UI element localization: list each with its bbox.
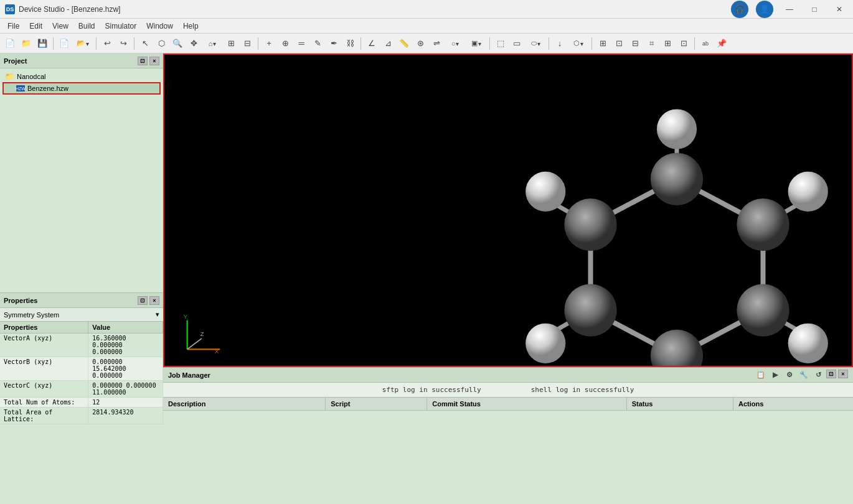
job-mgr-icon5[interactable]: ↺ (812, 370, 824, 381)
project-close-btn[interactable]: × (149, 57, 159, 65)
svg-point-20 (788, 172, 828, 212)
sep3 (134, 37, 134, 50)
menu-edit[interactable]: Edit (24, 21, 47, 32)
lat2-button[interactable]: ⊡ (611, 36, 626, 51)
net-button[interactable]: ⬡ (568, 36, 588, 51)
left-panel: Project ⊡ × 📁 Nanodcal HZW Benzene.hzw → (0, 54, 163, 504)
sep4 (258, 37, 258, 50)
restore-button[interactable]: □ (806, 1, 823, 18)
col-description: Description (163, 398, 326, 411)
lat4-button[interactable]: ⌗ (644, 36, 659, 51)
svg-point-19 (657, 109, 697, 149)
measure-button[interactable]: 📏 (397, 36, 412, 51)
add-atom-button[interactable]: ⊕ (278, 36, 293, 51)
prop-name: Total Area of Lattice: (0, 408, 88, 424)
svg-point-23 (525, 324, 565, 363)
job-mgr-icon1[interactable]: 📋 (755, 370, 767, 381)
text-button[interactable]: ab (698, 36, 713, 51)
grid-button[interactable]: ⊞ (224, 36, 238, 51)
open-button[interactable]: 📁 (19, 36, 34, 51)
file-label: Benzene.hzw (27, 85, 68, 92)
lasso-button[interactable]: ⬡ (154, 36, 169, 51)
sel-all-button[interactable]: ▣ (466, 36, 486, 51)
root-label: Nanodcal (17, 73, 45, 80)
lat3-button[interactable]: ⊟ (628, 36, 643, 51)
open2-button[interactable]: 📂 (73, 36, 93, 51)
tree-item-benzene[interactable]: HZW Benzene.hzw → (2, 82, 161, 95)
job-mgr-icon2[interactable]: ▶ (769, 370, 781, 381)
sep9 (694, 37, 695, 50)
add-button[interactable]: + (262, 36, 276, 51)
bond-chain-button[interactable]: ✒ (326, 36, 341, 51)
project-panel: Project ⊡ × 📁 Nanodcal HZW Benzene.hzw → (0, 54, 163, 292)
headset-icon[interactable]: 🎧 (731, 1, 748, 18)
minimize-button[interactable]: — (781, 1, 798, 18)
bond-s-button[interactable]: ✎ (310, 36, 325, 51)
lat6-button[interactable]: ⊡ (676, 36, 691, 51)
dih-button[interactable]: ⊿ (380, 36, 395, 51)
project-restore-btn[interactable]: ⊡ (138, 57, 148, 65)
job-manager-title: Job Manager (168, 371, 210, 379)
close-button[interactable]: ✕ (831, 1, 848, 18)
symmetry-label: Symmetry System (4, 311, 59, 319)
menu-help[interactable]: Help (178, 21, 204, 32)
mirror-button[interactable]: ⇌ (429, 36, 444, 51)
grid2-button[interactable]: ⊟ (240, 36, 255, 51)
redo-button[interactable]: ↪ (116, 36, 131, 51)
prop-value: 16.360000 0.0000000.000000 (88, 334, 163, 357)
prop-name: Total Num of Atoms: (0, 398, 88, 408)
arr-down-button[interactable]: ↓ (552, 36, 567, 51)
move-button[interactable]: ✥ (186, 36, 201, 51)
menu-window[interactable]: Window (141, 21, 178, 32)
col-commit-status: Commit Status (427, 398, 626, 411)
angle-button[interactable]: ∠ (364, 36, 379, 51)
project-tree: 📁 Nanodcal HZW Benzene.hzw → (0, 68, 163, 292)
new2-button[interactable]: 📄 (57, 36, 72, 51)
ellipse-sel-button[interactable]: ⬭ (525, 36, 545, 51)
properties-panel-title: Properties (4, 297, 37, 304)
job-manager-header: Job Manager 📋 ▶ ⚙ 🔧 ↺ ⊡ × (163, 368, 853, 383)
home-chevron (213, 40, 216, 47)
job-mgr-icon4[interactable]: 🔧 (798, 370, 810, 381)
job-mgr-icon3[interactable]: ⚙ (783, 370, 796, 381)
sym-button[interactable]: ⊛ (413, 36, 428, 51)
job-mgr-close-btn[interactable]: × (838, 370, 848, 378)
lat1-button[interactable]: ⊞ (595, 36, 610, 51)
prop-value: 0.000000 15.6420000.000000 (88, 357, 163, 381)
prop-value: 2814.934320 (88, 408, 163, 424)
prop-close-btn[interactable]: × (149, 296, 159, 305)
canvas-area[interactable]: Y X Z (163, 54, 853, 367)
select-button[interactable]: ↖ (138, 36, 153, 51)
job-table-area[interactable]: Description Script Commit Status Status … (163, 398, 853, 504)
sep7 (549, 37, 549, 50)
title-bar: DS Device Studio - [Benzene.hzw] 🎧 👤 — □… (0, 0, 853, 19)
tree-root-nanodcal[interactable]: 📁 Nanodcal (2, 71, 161, 82)
bond-h-button[interactable]: ═ (294, 36, 309, 51)
menu-view[interactable]: View (47, 21, 73, 32)
menu-simulator[interactable]: Simulator (100, 21, 142, 32)
prop-restore-btn[interactable]: ⊡ (138, 296, 148, 305)
svg-text:Y: Y (184, 314, 188, 320)
zoom-button[interactable]: 🔍 (170, 36, 185, 51)
col-properties: Properties (0, 322, 88, 334)
sel-ring-button[interactable]: ○ (445, 36, 465, 51)
bond-w-button[interactable]: ⛓ (342, 36, 357, 51)
job-mgr-restore-btn[interactable]: ⊡ (826, 370, 836, 378)
lat5-button[interactable]: ⊞ (660, 36, 675, 51)
svg-line-27 (187, 338, 202, 350)
home-button[interactable]: ⌂ (202, 36, 222, 51)
undo-button[interactable]: ↩ (100, 36, 115, 51)
rect-sel-button[interactable]: ▭ (509, 36, 524, 51)
file-icon: HZW (16, 85, 25, 91)
user-icon[interactable]: 👤 (756, 1, 773, 18)
menu-build[interactable]: Build (73, 21, 100, 32)
pin-button[interactable]: 📌 (714, 36, 729, 51)
box-button[interactable]: ⬚ (493, 36, 508, 51)
new-button[interactable]: 📄 (2, 36, 17, 51)
symmetry-dropdown[interactable]: Symmetry System ▾ (0, 308, 163, 322)
sep2 (96, 37, 97, 50)
save-button[interactable]: 💾 (35, 36, 50, 51)
axis-indicator: Y X Z (180, 313, 224, 357)
svg-point-15 (737, 284, 789, 336)
menu-file[interactable]: File (2, 21, 24, 32)
